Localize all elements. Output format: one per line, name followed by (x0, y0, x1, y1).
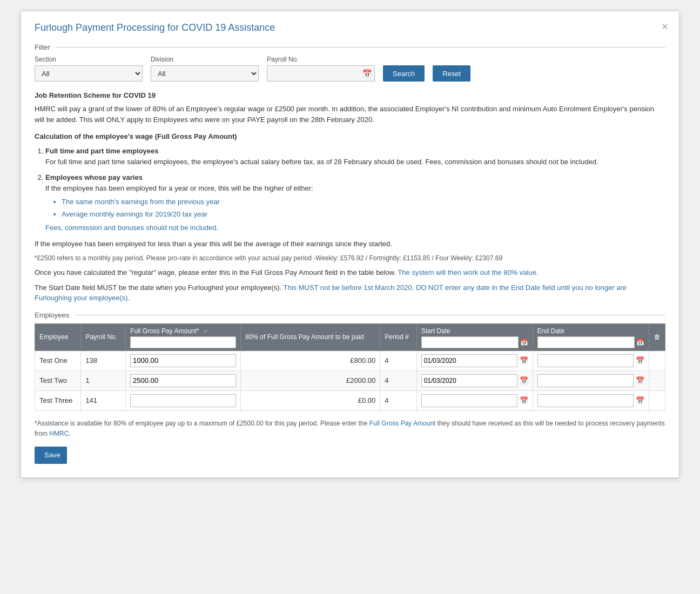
td-employee: Test Three (35, 390, 81, 410)
job-retention-title: Job Retention Scheme for COVID 19 (35, 91, 665, 99)
less-than-year-note: If the employee has been employed for le… (35, 239, 665, 249)
start-date-input-1[interactable] (421, 374, 517, 387)
th-actions: 🗑 (649, 323, 665, 350)
payroll-input-wrap: 📅 (267, 65, 375, 82)
filter-label: Filter (35, 43, 665, 51)
th-start-date-input-wrap: 📅 (421, 336, 528, 348)
regular-wage-note-part1: Once you have calculated the "regular" w… (35, 268, 396, 276)
start-date-note: The Start Date field MUST be the date wh… (35, 282, 665, 303)
delete-icon: 🗑 (654, 333, 661, 341)
th-period: Period # (380, 323, 416, 350)
td-eighty-percent: £800.00 (241, 350, 380, 370)
bottom-note-text: *Assistance is available for 80% of empl… (35, 420, 665, 437)
td-delete (649, 370, 665, 390)
th-gross-input[interactable] (130, 336, 236, 348)
start-date-cal-icon-1[interactable]: 📅 (520, 376, 528, 384)
modal-title: Furlough Payment Processing for COVID 19… (35, 22, 665, 33)
td-end-date: 📅 (533, 370, 649, 390)
close-button[interactable]: × (662, 21, 668, 32)
end-date-input-0[interactable] (537, 354, 634, 367)
bullet-item-1: The same month's earnings from the previ… (62, 197, 665, 207)
th-eighty-percent: 80% of Full Gross Pay Amount to be paid (241, 323, 380, 350)
employees-table: Employee Payroll No. Full Gross Pay Amou… (35, 323, 665, 411)
td-payroll-no: 1 (81, 370, 126, 390)
regular-wage-note-part2: The system will then work out the 80% va… (398, 268, 538, 276)
td-full-gross (126, 350, 241, 370)
bottom-note: *Assistance is available for 80% of empl… (35, 418, 665, 439)
division-filter-group: Division All (151, 56, 259, 82)
gross-input-2[interactable] (130, 394, 236, 407)
td-payroll-no: 138 (81, 350, 126, 370)
end-date-cal-icon-0[interactable]: 📅 (636, 356, 644, 364)
th-start-date-input[interactable] (421, 336, 519, 348)
calculation-section: Calculation of the employee's wage (Full… (35, 132, 665, 303)
calc-item-1-desc: For full time and part time salaried emp… (45, 158, 598, 166)
td-employee: Test Two (35, 370, 81, 390)
calc-bullet-list: The same month's earnings from the previ… (45, 197, 665, 219)
payroll-no-label: Payroll No. (267, 56, 375, 63)
calc-item-1-title: Full time and part time employees (45, 147, 159, 155)
start-date-note-part1: The Start Date field MUST be the date wh… (35, 284, 281, 292)
furlough-modal: Furlough Payment Processing for COVID 19… (21, 11, 679, 478)
td-period: 4 (380, 390, 416, 410)
job-retention-section: Job Retention Scheme for COVID 19 HMRC w… (35, 91, 665, 125)
calc-item-2-footer: Fees, commission and bonuses should not … (45, 224, 218, 232)
th-end-date-input[interactable] (537, 336, 635, 348)
th-employee: Employee (35, 323, 81, 350)
end-date-input-2[interactable] (537, 394, 634, 407)
td-period: 4 (380, 370, 416, 390)
end-date-cal-icon-2[interactable]: 📅 (636, 396, 644, 404)
search-button[interactable]: Search (383, 65, 425, 82)
bullet-item-2: Average monthly earnings for 2019/20 tax… (62, 209, 665, 220)
calc-item-2-intro: If the employee has been employed for a … (45, 184, 313, 192)
employees-label: Employees (35, 311, 665, 319)
td-eighty-percent: £0.00 (241, 390, 380, 410)
filter-row: Section All Division All Payroll No. 📅 S… (35, 56, 665, 82)
section-select[interactable]: All (35, 65, 143, 82)
division-label: Division (151, 56, 259, 63)
th-end-cal-icon: 📅 (636, 339, 644, 346)
gross-input-1[interactable] (130, 374, 236, 387)
start-date-cal-icon-2[interactable]: 📅 (520, 396, 528, 404)
th-start-cal-icon: 📅 (520, 339, 528, 346)
end-date-cal-icon-1[interactable]: 📅 (636, 376, 644, 384)
payroll-no-input[interactable] (267, 65, 375, 82)
td-delete (649, 350, 665, 370)
table-row: Test Three 141 £0.00 4 📅 📅 (35, 390, 665, 410)
start-date-input-0[interactable] (421, 354, 517, 367)
td-payroll-no: 141 (81, 390, 126, 410)
td-full-gross (126, 390, 241, 410)
th-start-date: Start Date 📅 (416, 323, 533, 350)
start-date-cal-icon-0[interactable]: 📅 (520, 356, 528, 364)
calculation-list: Full time and part time employees For fu… (35, 146, 665, 233)
th-payroll-no: Payroll No. (81, 323, 126, 350)
td-start-date: 📅 (416, 390, 533, 410)
gross-input-0[interactable] (130, 354, 236, 367)
td-start-date: 📅 (416, 370, 533, 390)
td-employee: Test One (35, 350, 81, 370)
reset-button[interactable]: Reset (433, 65, 470, 82)
table-row: Test One 138 £800.00 4 📅 📅 (35, 350, 665, 370)
division-select[interactable]: All (151, 65, 259, 82)
calc-item-2: Employees whose pay varies If the employ… (45, 172, 665, 233)
payroll-filter-group: Payroll No. 📅 (267, 56, 375, 82)
section-label: Section (35, 56, 143, 63)
td-start-date: 📅 (416, 350, 533, 370)
save-button[interactable]: Save (35, 447, 67, 464)
employees-table-body: Test One 138 £800.00 4 📅 📅 Test T (35, 350, 665, 410)
calendar-icon: 📅 (362, 69, 372, 78)
sort-icon: ✓ (203, 328, 208, 334)
regular-wage-note: Once you have calculated the "regular" w… (35, 267, 665, 278)
td-full-gross (126, 370, 241, 390)
calculation-title: Calculation of the employee's wage (Full… (35, 132, 665, 140)
end-date-input-1[interactable] (537, 374, 634, 387)
td-delete (649, 390, 665, 410)
calc-item-1: Full time and part time employees For fu… (45, 146, 665, 167)
th-end-date-input-wrap: 📅 (537, 336, 644, 348)
calc-item-2-title: Employees whose pay varies (45, 173, 143, 181)
section-filter-group: Section All (35, 56, 143, 82)
table-row: Test Two 1 £2000.00 4 📅 📅 (35, 370, 665, 390)
th-end-date: End Date 📅 (533, 323, 649, 350)
start-date-input-2[interactable] (421, 394, 517, 407)
filter-section: Filter Section All Division All Payroll … (35, 43, 665, 82)
